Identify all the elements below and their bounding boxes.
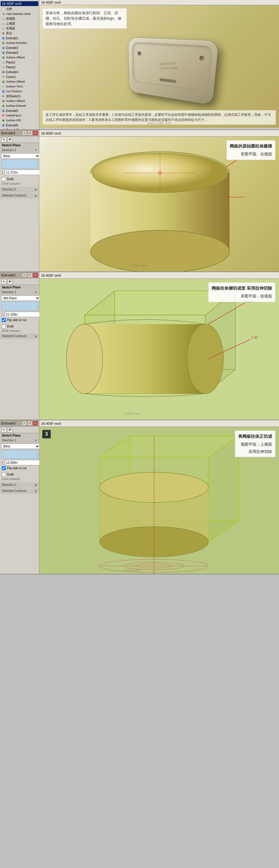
direction2-row[interactable]: Direction 2 ▶ [0,187,39,192]
extrude2-direction1-row[interactable]: Direction 1 ▼ [0,290,39,295]
product-slot [160,78,176,83]
extrude2-direction1-select[interactable]: Mid Plane [1,296,40,301]
tree-item-extrude1[interactable]: ▦ Extrude1 [1,36,38,40]
extrude1-viewport: 18-405F rev0 [39,130,279,272]
extrude1-cn-overlay: 阀板的原始圆柱体建模 草图平面、右视面 [226,140,275,160]
tree-item-surface-fill[interactable]: ▣ Surface-Fill1 [1,118,38,123]
direction1-type-select[interactable]: Blind [1,153,40,159]
tb2-view-btn[interactable]: 👁 [7,279,13,284]
viewport-titlebar: 18-405F rev0 [39,0,279,5]
extrude3-direction1-row[interactable]: Direction 1 ▼ [0,438,39,443]
curve1-icon: 〜 [1,75,5,79]
extrude3-cn-title: 将阀板柱体正切成 [238,433,272,440]
extrude3-cn-overlay: 将阀板柱体正切成 视图平面：上视面 采用拉伸切除 [235,431,275,457]
draft-checkbox[interactable] [2,177,6,181]
extrude1-toolbar: ↖ 👁 [0,136,39,143]
extrude3-draft-checkbox[interactable] [2,472,6,476]
tree-item-curve1[interactable]: 〜 Curve1 [1,74,38,79]
extrude3-close-button[interactable]: ✕ [33,421,38,426]
feature-tree: 18-405F rev0 📋 注释 ◼ Cast Stainless Steel… [0,0,39,129]
surface-offset3-icon: ▣ [1,99,5,103]
tree-item-3dsketch[interactable]: ✏ 3DSketch1 [1,94,38,99]
extrude2-flip-checkbox[interactable] [2,318,6,322]
extrude3-toolbar: ↖ 👁 [0,427,39,433]
surface-extend-icon: ▣ [1,104,5,108]
tb3-arrow-btn[interactable]: ↖ [1,427,7,433]
svg-point-2 [91,230,230,272]
extrude2-draft-checkbox[interactable] [2,324,6,328]
tree-item-extrude7[interactable]: ▦ Extrude7 [1,128,38,129]
direction1-row[interactable]: Direction 1 ▼ [0,148,39,153]
tree-item-surface-offset1[interactable]: ▣ Surface-Offset1 [1,55,38,60]
feature-tree-title: 18-405F rev0 [1,1,38,6]
tb-arrow-btn[interactable]: ↖ [1,137,7,143]
viewport-content: 形体分析，阀板由圆柱体进行剧切、正切、切槽、钻孔、切割等步骤完成，最后做刻log… [39,5,279,128]
product-hole-2 [199,56,204,60]
product-hole-1 [138,52,141,56]
extrude3-title: Extrude3 [1,422,15,425]
tree-item-top[interactable]: ▭ 上视面 [1,21,38,26]
extrude3-direction1-select[interactable]: Blind [1,443,40,449]
tree-item-extrude6[interactable]: ▦ Extrude6 [1,123,38,128]
extrude2-ok-button[interactable]: ✓ [22,273,27,278]
extrude3-selected-contours-row[interactable]: Selected Contours ▶ [0,488,39,494]
extrude3-outward-label: Draft outward [0,477,39,481]
tb-view-btn[interactable]: 👁 [7,137,13,143]
selected-contours-row[interactable]: Selected Contours ▶ [0,193,39,198]
extrude2-cn-overlay: 阀板柱体侧切成形 采用拉伸切除 草图平面：前视面 [208,282,275,302]
extrude3-number-badge: 3 [42,430,51,438]
extrude2-close-button[interactable]: ✕ [33,273,38,278]
extrude3-icon: ▦ [1,51,5,55]
draft-checkbox-row: Draft [0,177,39,182]
extrude3-cancel-button[interactable]: ✗ [28,421,32,426]
tree-item-surface-extrude[interactable]: ▦ Surface-Extrude1 [1,40,38,45]
extrude2-panel-icons: ✓ ✗ ✕ [22,273,38,278]
extrude3-flip-label: Flip side to cut [7,466,26,470]
tree-item-surface-offset3[interactable]: ▣ Surface-Offset3 [1,99,38,103]
extrude3-draft-row: Draft [0,472,39,477]
extrude1-depth-row: ↕ [0,169,39,175]
annotations-icon: 📋 [1,7,5,11]
tree-item-material[interactable]: ◼ Cast Stainless Steel [1,11,38,16]
tree-item-plane1[interactable]: ▭ Plane1 [1,60,38,65]
tree-item-surface-extend[interactable]: ▣ Surface-Extend1 [1,103,38,108]
tree-item-surface-offset2[interactable]: ▣ Surface-Offset2 [1,79,38,84]
extrude1-blue-box [1,160,38,169]
extrude2-flip-row: Flip side to cut [0,317,39,322]
surface-offset1-icon: ▣ [1,55,5,60]
tree-item-extrude5[interactable]: ▦ Extrude5 [1,108,38,113]
tree-item-cut-thicken1[interactable]: ▦ Cut-Thicken1 [1,89,38,94]
extrude3-flip-checkbox[interactable] [2,466,6,470]
direction2-arrow: ▶ [35,188,37,191]
tree-item-right[interactable]: ▭ 右视面 [1,26,38,31]
origin-icon: ⊕ [1,31,5,35]
extrude2-selected-contours-row[interactable]: Selected Contours ▶ [0,334,39,339]
extrude3-direction2-row[interactable]: Direction 2 ▶ [0,482,39,488]
surface-trim1-icon: ✂ [1,84,5,89]
tb3-view-btn[interactable]: 👁 [7,427,13,433]
selected-contours-label: Selected Contours [2,194,34,197]
extrude1-cn-subtitle: 草图平面、右视面 [230,151,272,157]
tree-item-origin[interactable]: ⊕ 原点 [1,31,38,36]
tree-item-front[interactable]: ▭ 前视面 [1,16,38,21]
tree-item-surface-trim1[interactable]: ✂ Surface-Trim1 [1,84,38,89]
extrude1-left-panel: Extrude1 ✓ ✗ ✕ ↖ 👁 Sketch Plane Directio… [0,130,39,272]
extrude2-cancel-button[interactable]: ✗ [28,273,32,278]
tree-item-extrude2[interactable]: ▦ Extrude2 [1,45,38,50]
tree-item-extrude3[interactable]: ▦ Extrude3 [1,50,38,55]
extrude2-panel-header: Extrude2 ✓ ✗ ✕ [0,272,39,278]
tree-item-delete-face[interactable]: ✖ DeleteFace1 [1,113,38,118]
tree-item-annotations[interactable]: 📋 注释 [1,7,38,11]
extrude1-panel-icons: ✓ ✗ ✕ [22,131,38,135]
cut-thicken1-icon: ▦ [1,89,5,93]
extrude1-close-button[interactable]: ✕ [33,131,38,135]
plane-icon-top: ▭ [1,22,5,26]
extrude1-ok-button[interactable]: ✓ [22,131,27,135]
tree-item-extrude4[interactable]: ▦ Extrude4 [1,69,38,74]
extrude3-ok-button[interactable]: ✓ [22,421,27,426]
tree-item-plane2[interactable]: ▭ Plane2 [1,65,38,69]
tb2-arrow-btn[interactable]: ↖ [1,279,7,284]
extrude1-cancel-button[interactable]: ✗ [28,131,32,135]
extrude2-depth-icon: ↕ [1,312,4,317]
extrude2-sketch-plane-label: Sketch Plane [0,285,39,290]
